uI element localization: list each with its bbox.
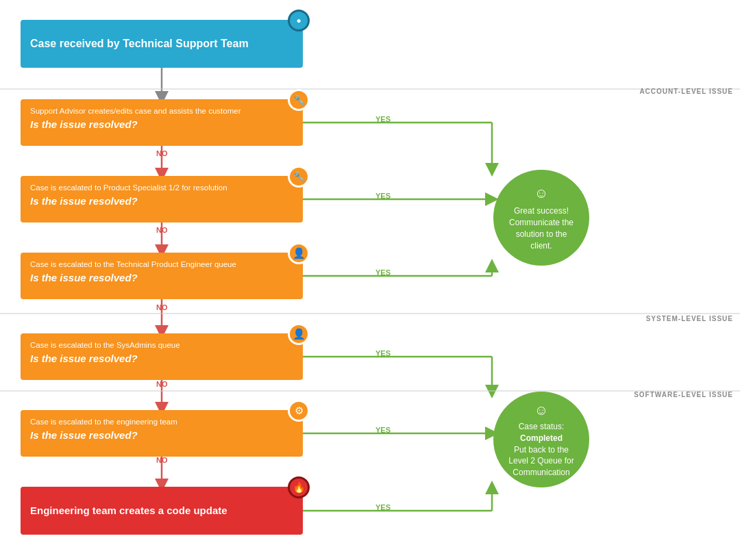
yes-label-5: YES: [375, 426, 391, 434]
box-product-specialist: Case is escalated to Product Specialist …: [21, 176, 303, 222]
yes-label-4: YES: [375, 349, 391, 357]
box-case-received: Case received by Technical Support Team: [21, 20, 303, 68]
section-label-system: SYSTEM-LEVEL ISSUE: [646, 315, 733, 322]
icon-wrench-2: 🔧: [288, 166, 310, 188]
icon-person-2: 👤: [288, 323, 310, 345]
success-circle-2: ☺ Case status: Completed Put back to the…: [493, 392, 589, 487]
no-label-2: NO: [156, 226, 168, 234]
box-engineering-team: Case is escalated to the engineering tea…: [21, 410, 303, 457]
no-label-3: NO: [156, 303, 168, 311]
diagram: Case received by Technical Support Team …: [0, 0, 740, 560]
no-label-5: NO: [156, 456, 168, 464]
yes-label-3: YES: [375, 268, 391, 277]
box-tech-product-engineer: Case is escalated to the Technical Produ…: [21, 253, 303, 299]
icon-fire: 🔥: [288, 476, 310, 498]
box-sysadmins: Case is escalated to the SysAdmins queue…: [21, 333, 303, 380]
success-circle-1: ☺ Great success! Communicate the solutio…: [493, 170, 589, 266]
box-support-advisor: Support Advisor creates/edits case and a…: [21, 99, 303, 146]
no-label-1: NO: [156, 149, 168, 157]
section-label-software: SOFTWARE-LEVEL ISSUE: [634, 391, 733, 398]
icon-person-1: 👤: [288, 242, 310, 264]
no-label-4: NO: [156, 380, 168, 388]
yes-label-1: YES: [375, 115, 391, 123]
icon-start: ●: [288, 10, 310, 31]
icon-wrench-1: 🔧: [288, 89, 310, 111]
box-code-update: Engineering team creates a code update: [21, 487, 303, 535]
yes-label-6: YES: [375, 503, 391, 511]
icon-gear: ⚙: [288, 400, 310, 422]
section-label-account: ACCOUNT-LEVEL ISSUE: [639, 88, 733, 95]
yes-label-2: YES: [375, 192, 391, 200]
